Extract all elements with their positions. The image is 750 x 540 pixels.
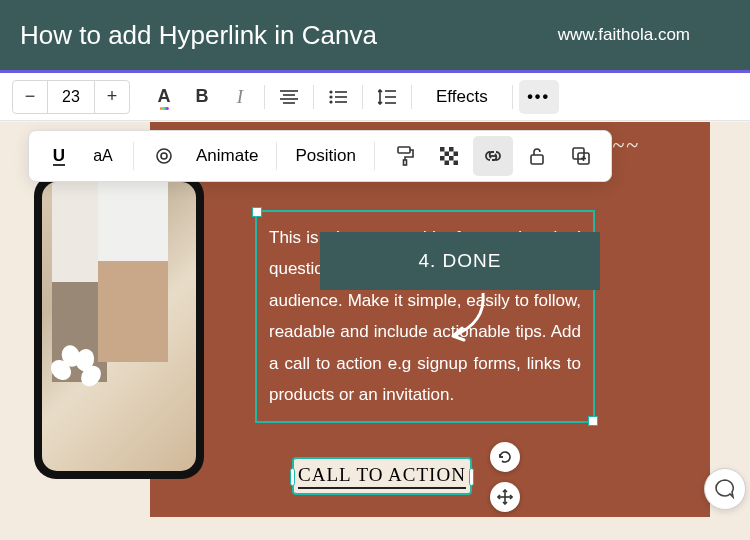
font-size-stepper: − 23 + — [12, 80, 130, 114]
spacing-button[interactable] — [369, 80, 405, 114]
text-case-button[interactable]: aA — [83, 136, 123, 176]
text-toolbar-primary: − 23 + A B I Effects ••• — [0, 73, 750, 121]
svg-rect-20 — [449, 147, 454, 152]
tutorial-step-label: 4. DONE — [320, 232, 600, 290]
animate-icon — [154, 146, 174, 166]
transparency-button[interactable] — [429, 136, 469, 176]
font-size-value[interactable]: 23 — [47, 81, 95, 113]
tutorial-arrow-icon — [438, 288, 493, 348]
phone-mockup[interactable] — [34, 174, 204, 479]
svg-point-16 — [161, 153, 167, 159]
svg-point-6 — [329, 100, 332, 103]
step-text: 4. DONE — [418, 250, 501, 272]
rotate-button[interactable] — [490, 442, 520, 472]
svg-rect-17 — [398, 147, 410, 153]
move-icon — [497, 489, 513, 505]
resize-handle-right[interactable] — [469, 468, 474, 486]
svg-point-15 — [157, 149, 171, 163]
help-chat-button[interactable] — [704, 468, 746, 510]
divider — [374, 142, 375, 170]
animate-label[interactable]: Animate — [188, 146, 266, 166]
svg-point-5 — [329, 95, 332, 98]
tutorial-title: How to add Hyperlink in Canva — [20, 20, 377, 51]
svg-rect-19 — [440, 147, 445, 152]
format-painter-button[interactable] — [385, 136, 425, 176]
svg-rect-21 — [444, 152, 449, 157]
hyperlink-button[interactable] — [473, 136, 513, 176]
more-options-button[interactable]: ••• — [519, 80, 559, 114]
divider — [362, 85, 363, 109]
effects-button[interactable]: Effects — [418, 87, 506, 107]
position-button[interactable]: Position — [287, 146, 363, 166]
svg-rect-23 — [440, 156, 445, 161]
lock-button[interactable] — [517, 136, 557, 176]
cta-label: CALL TO ACTION — [298, 464, 466, 489]
underline-button[interactable]: U — [39, 136, 79, 176]
tutorial-header: How to add Hyperlink in Canva www.faitho… — [0, 0, 750, 70]
text-color-button[interactable]: A — [146, 80, 182, 114]
divider — [264, 85, 265, 109]
alignment-button[interactable] — [271, 80, 307, 114]
unlock-icon — [528, 146, 546, 166]
svg-rect-28 — [531, 155, 543, 164]
svg-rect-25 — [444, 161, 449, 166]
chat-icon — [714, 478, 736, 500]
font-size-decrease-button[interactable]: − — [13, 80, 47, 114]
svg-rect-18 — [403, 160, 406, 165]
link-icon — [483, 146, 503, 166]
text-toolbar-secondary: U aA Animate Position — [28, 130, 612, 182]
italic-button[interactable]: I — [222, 80, 258, 114]
divider — [512, 85, 513, 109]
design-canvas[interactable]: ~~~~~~~ This is where you add a frequent… — [0, 122, 750, 540]
divider — [276, 142, 277, 170]
svg-rect-24 — [449, 156, 454, 161]
paint-roller-icon — [396, 146, 414, 166]
font-size-increase-button[interactable]: + — [95, 80, 129, 114]
divider — [133, 142, 134, 170]
bold-button[interactable]: B — [184, 80, 220, 114]
tutorial-source-url: www.faithola.com — [558, 25, 690, 45]
transparency-icon — [440, 147, 458, 165]
divider — [313, 85, 314, 109]
duplicate-icon — [572, 147, 590, 165]
duplicate-button[interactable] — [561, 136, 601, 176]
more-icon: ••• — [527, 88, 550, 106]
animate-button[interactable] — [144, 136, 184, 176]
cta-text-element[interactable]: CALL TO ACTION — [292, 457, 472, 495]
resize-handle-left[interactable] — [290, 468, 295, 486]
svg-point-4 — [329, 90, 332, 93]
divider — [411, 85, 412, 109]
rotate-icon — [497, 449, 513, 465]
move-button[interactable] — [490, 482, 520, 512]
element-floating-controls — [490, 442, 520, 522]
svg-rect-22 — [453, 152, 458, 157]
svg-rect-26 — [453, 161, 458, 166]
list-button[interactable] — [320, 80, 356, 114]
phone-screen-image — [42, 182, 196, 471]
